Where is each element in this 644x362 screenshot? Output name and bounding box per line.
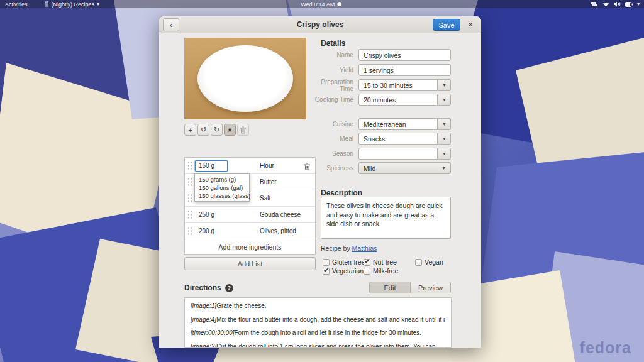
close-icon[interactable]: ✕ <box>465 19 475 30</box>
chevron-down-icon[interactable]: ▼ <box>438 118 451 130</box>
add-more-ingredients-button[interactable]: Add more ingredients <box>185 239 315 254</box>
recipes-window: ‹ Crispy olives Save ✕ + ↺ ↻ ★ 150 g Flo… <box>159 16 481 348</box>
meal-input[interactable]: Snacks <box>358 133 438 145</box>
add-image-button[interactable]: + <box>184 124 196 136</box>
edit-tab[interactable]: Edit <box>369 282 410 293</box>
diet-label: Gluten-free <box>332 258 365 266</box>
checkbox-icon[interactable] <box>364 259 370 266</box>
save-button[interactable]: Save <box>433 19 460 31</box>
checkbox-icon[interactable] <box>364 268 370 275</box>
diet-nut-free[interactable]: Nut-free <box>364 258 397 266</box>
diet-label: Vegan <box>425 258 443 266</box>
back-button[interactable]: ‹ <box>163 18 179 31</box>
diet-label: Vegetarian <box>332 267 364 275</box>
drag-handle-icon[interactable] <box>187 210 192 220</box>
window-titlebar[interactable]: ‹ Crispy olives Save ✕ <box>159 16 481 33</box>
chevron-down-icon[interactable]: ▼ <box>438 133 451 145</box>
app-menu-label: (Nightly) Recipes <box>52 1 95 8</box>
chevron-down-icon[interactable]: ▼ <box>438 79 451 91</box>
diet-vegetarian[interactable]: Vegetarian <box>323 267 364 275</box>
unit-option[interactable]: 150 gallons (gal) <box>195 184 249 192</box>
cooking-time-input[interactable]: 20 minutes <box>358 94 438 106</box>
ingredient-name[interactable]: Gouda cheese <box>260 211 301 218</box>
step-tag: [image:4] <box>191 316 216 323</box>
checkbox-icon[interactable] <box>323 259 330 266</box>
chevron-down-icon: ▾ <box>97 1 99 7</box>
direction-step: [image:4]Mix the flour and butter into a… <box>191 316 445 324</box>
ingredient-name[interactable]: Butter <box>260 178 277 185</box>
chevron-down-icon[interactable]: ▼ <box>438 148 451 160</box>
preview-tab[interactable]: Preview <box>410 282 451 293</box>
diet-vegan[interactable]: Vegan <box>415 258 443 266</box>
direction-step: [image:2]Cut the dough roll into 1 cm lo… <box>191 343 445 348</box>
crispy-olives-food <box>184 38 306 119</box>
description-heading: Description <box>321 189 362 197</box>
season-field: Season ▼ <box>309 148 451 160</box>
spiciness-label: Spiciness <box>309 165 358 172</box>
meal-field: Meal Snacks ▼ <box>309 133 451 145</box>
gnome-top-bar: Activities (Nightly) Recipes ▾ Wed 8:14 … <box>0 0 644 8</box>
diet-milk-free[interactable]: Milk-free <box>364 267 398 275</box>
cuisine-input[interactable]: Mediterranean <box>358 118 438 130</box>
delete-image-button[interactable] <box>237 124 249 136</box>
chevron-down-icon: ▾ <box>637 1 640 7</box>
ingredient-name[interactable]: Salt <box>260 195 270 202</box>
directions-textarea[interactable]: [image:1]Grate the cheese. [image:4]Mix … <box>184 297 452 348</box>
season-input[interactable] <box>358 148 438 160</box>
unit-option[interactable]: 150 grams (g) <box>195 175 249 184</box>
name-input[interactable]: Crispy olives <box>358 49 451 61</box>
system-tray[interactable]: ▾ <box>591 1 640 7</box>
add-list-button[interactable]: Add List <box>184 257 316 270</box>
details-heading: Details <box>321 39 345 48</box>
amount-input[interactable]: 150 g <box>195 160 228 172</box>
recipe-photo <box>184 38 306 119</box>
battery-icon <box>625 2 633 7</box>
prep-time-input[interactable]: 15 to 30 minutes <box>358 79 438 91</box>
step-tag: [image:2] <box>191 343 216 348</box>
window-title: Crispy olives <box>297 20 344 29</box>
clock[interactable]: Wed 8:14 AM <box>301 1 341 8</box>
recipe-byline: Recipe by Matthias <box>321 244 377 252</box>
unit-option[interactable]: 150 glasses (glass) <box>195 192 249 200</box>
step-tag: [image:1] <box>191 302 216 309</box>
help-icon[interactable]: ? <box>225 284 233 292</box>
diet-checkboxes: Gluten-free Nut-free Vegan Vegetarian Mi… <box>321 258 453 277</box>
rotate-right-button[interactable]: ↻ <box>211 124 223 136</box>
drag-handle-icon[interactable] <box>187 161 192 171</box>
chevron-down-icon[interactable]: ▼ <box>438 94 451 106</box>
ingredient-name[interactable]: Flour <box>260 162 274 169</box>
season-label: Season <box>309 150 358 157</box>
activities-button[interactable]: Activities <box>5 1 28 8</box>
name-label: Name <box>309 52 358 58</box>
drag-handle-icon[interactable] <box>187 177 192 187</box>
drag-handle-icon[interactable] <box>187 194 192 204</box>
checkbox-icon[interactable] <box>323 268 330 275</box>
drag-handle-icon[interactable] <box>187 226 192 236</box>
step-text: Mix the flour and butter into a dough, a… <box>216 316 445 323</box>
yield-input[interactable]: 1 servings <box>358 64 451 76</box>
yield-label: Yield <box>309 67 358 74</box>
ingredient-row[interactable]: 250 g Gouda cheese <box>185 207 315 223</box>
step-text: Form the dough into a roll and let it ri… <box>234 329 421 336</box>
spiciness-dropdown[interactable]: Mild ▼ <box>358 162 451 174</box>
cooking-time-field: Cooking Time 20 minutes ▼ <box>309 94 451 106</box>
checkbox-icon[interactable] <box>415 259 422 266</box>
rotate-left-button[interactable]: ↺ <box>197 124 209 136</box>
app-menu[interactable]: (Nightly) Recipes ▾ <box>44 1 100 8</box>
chevron-down-icon: ▼ <box>441 166 446 170</box>
ingredient-row[interactable]: 150 g Flour <box>185 158 315 174</box>
clock-label: Wed 8:14 AM <box>301 1 335 8</box>
diet-label: Nut-free <box>373 258 397 266</box>
author-link[interactable]: Matthias <box>352 244 377 252</box>
ingredient-amount[interactable]: 200 g <box>199 228 230 234</box>
ingredient-amount[interactable]: 250 g <box>199 211 230 218</box>
ingredient-row[interactable]: 200 g Olives, pitted <box>185 223 315 239</box>
diet-gluten-free[interactable]: Gluten-free <box>323 258 365 266</box>
default-image-star-button[interactable]: ★ <box>224 124 236 136</box>
description-textarea[interactable]: These olives in cheese dough are quick a… <box>321 197 451 239</box>
prep-time-field: Preparation Time 15 to 30 minutes ▼ <box>309 79 451 91</box>
cuisine-field: Cuisine Mediterranean ▼ <box>309 118 451 130</box>
ingredient-name[interactable]: Olives, pitted <box>260 228 296 234</box>
fedora-watermark: fedora <box>580 339 631 357</box>
photo-toolbar: + ↺ ↻ ★ <box>184 124 249 136</box>
